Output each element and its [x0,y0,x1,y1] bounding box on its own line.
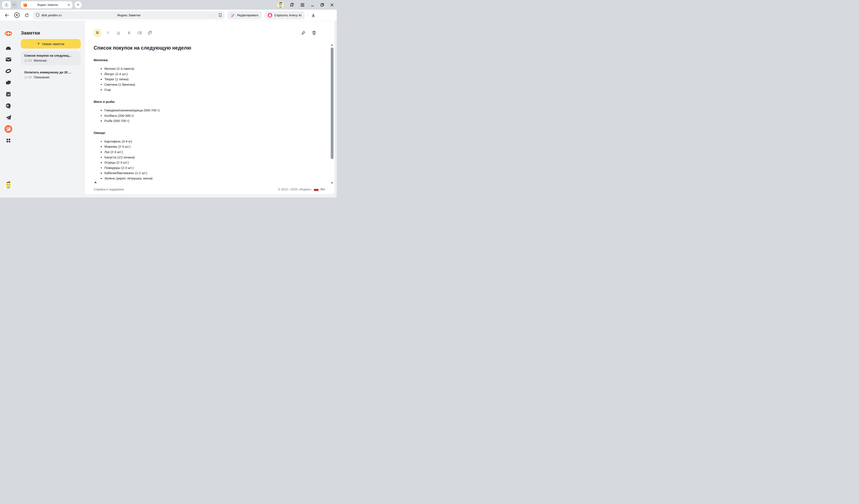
ask-alice-button[interactable]: Спросить Алису AI [265,11,305,19]
alice-orb-icon [268,13,272,18]
address-bar-actions: … [212,13,222,17]
list-item: Капуста (1/2 кочана) [94,155,334,160]
close-window-icon[interactable] [330,3,334,7]
go-ring-icon[interactable] [4,67,13,75]
address-bar[interactable]: disk.yandex.ru Яндекс Заметки … [33,11,225,19]
messenger-icon[interactable] [4,102,13,110]
docs-icon[interactable] [4,78,13,87]
section-heading: Молочка: [94,58,334,62]
notes-favicon-icon [23,3,28,7]
note-item-time: 11:58 [24,59,32,62]
right-gutter [334,21,337,198]
scroll-up-icon[interactable] [331,44,333,46]
copyright-text: © 2012—2025 «Яндекс» [278,188,312,191]
telegram-plane-icon[interactable] [4,113,13,122]
pin-note-icon[interactable] [301,30,305,36]
list-item: Йогурт (2-4 шт.) [94,72,334,77]
delete-note-icon[interactable] [312,30,316,36]
note-list-item[interactable]: Оплатить коммуналку до 20 ... 11:56 Пока… [21,68,81,82]
user-avatar[interactable] [5,181,12,188]
restore-window-icon[interactable] [320,3,324,7]
magic-pencil-icon [230,13,235,18]
list-item: Огурцы (2-3 шт.) [94,160,334,165]
paperclip-icon [148,31,152,35]
panel-title: Заметки [21,30,81,36]
more-actions-icon[interactable]: … [212,14,215,16]
menu-icon[interactable] [300,3,304,7]
list-item: Зелень (укроп, петрушка, кинза) [94,176,334,181]
list-item: Кабачки/баклажаны (1-2 шт.) [94,170,334,176]
tab-groups-button[interactable]: 1 [2,1,17,9]
list-item: Говядина/свинина/курица (500-700 г) [94,108,334,113]
underline-button[interactable]: U [115,29,122,37]
bullet-list-button[interactable] [136,29,144,37]
list-item: Молоко (2-3 пакета) [94,66,334,72]
tab-count-shield: 1 [2,1,11,9]
browser-toolbar: Я disk.yandex.ru Яндекс Заметки … Редакт… [0,10,337,21]
back-button[interactable] [3,12,11,19]
bookmarks-panel-icon[interactable] [290,3,294,7]
tab-count: 1 [4,2,9,7]
yandex-services-logo-icon[interactable] [4,29,13,38]
section-list: Говядина/свинина/курица (500-700 г)Колба… [94,108,334,124]
bookmark-icon[interactable] [218,13,222,17]
ask-alice-label: Спросить Алису AI [274,14,302,17]
minimize-window-icon[interactable] [311,3,314,7]
note-section: Мясо и рыба: Говядина/свинина/курица (50… [94,100,334,124]
services-rail: 18 [0,21,17,198]
strikethrough-button[interactable]: S [125,29,133,37]
notes-active-icon[interactable] [4,125,13,133]
section-heading: Мясо и рыба: [94,100,334,104]
tab-title: Яндекс Заметки [29,3,65,6]
note-title[interactable]: Список покупок на следующую неделю [94,45,321,51]
italic-button[interactable]: I [104,29,112,37]
downloads-icon[interactable] [310,12,317,19]
new-note-button[interactable]: + Новая заметка [21,39,81,48]
page-title: Яндекс Заметки [33,14,225,17]
all-services-grid-icon[interactable] [4,136,13,145]
shield-icon [36,13,40,17]
profile-avatar[interactable] [277,2,284,8]
language-selector[interactable]: RU [321,188,325,191]
list-item: Творог (1 пачка) [94,77,334,82]
disk-cloud-icon[interactable] [4,44,13,52]
scroll-down-icon[interactable] [331,182,333,184]
tab-groups-dropdown[interactable] [11,1,17,9]
page-footer: Справка и поддержка © 2012—2025 «Яндекс»… [94,188,325,191]
mail-icon[interactable] [4,55,13,64]
attach-button[interactable] [146,29,154,37]
edit-button-label: Редактировать [237,14,259,17]
bold-button[interactable]: B [94,29,101,37]
new-tab-button[interactable]: + [75,1,81,9]
chevron-down-icon [13,3,15,5]
note-editor: B I U S [85,21,334,194]
scrollbar[interactable] [330,21,334,194]
yandex-home-icon[interactable]: Я [13,12,20,19]
main-area: 18 [0,21,337,198]
list-item: Помидоры (2-3 шт.) [94,165,334,171]
close-tab-icon[interactable]: ✕ [67,3,70,6]
note-section: Молочка: Молоко (2-3 пакета)Йогурт (2-4 … [94,58,334,92]
list-item: Колбаса (200-300 г) [94,113,334,119]
list-item: Рыба (500-700 г) [94,118,334,124]
tab-yandex-notes[interactable]: Яндекс Заметки ✕ [21,1,72,9]
note-item-title: Список покупок на следующ... [24,54,77,57]
note-body[interactable]: Молочка: Молоко (2-3 пакета)Йогурт (2-4 … [94,58,334,181]
url-text: disk.yandex.ru [42,14,62,17]
help-link[interactable]: Справка и поддержка [94,188,124,191]
new-note-label: Новая заметка [42,42,64,46]
section-heading: Овощи: [94,131,334,135]
refresh-icon[interactable] [23,12,30,19]
note-item-subtitle: 11:58 Молочка: [24,59,77,62]
notes-list: Список покупок на следующ... 11:58 Молоч… [21,51,81,82]
plus-icon: + [37,41,40,46]
scrollbar-thumb[interactable] [331,47,333,159]
list-item: Лук (2-3 шт.) [94,149,334,155]
russia-flag-icon[interactable] [314,188,318,191]
edit-button[interactable]: Редактировать [227,11,262,19]
badge-18-icon[interactable]: 18 [4,90,13,98]
list-item: Морковь (2-3 шт.) [94,144,334,149]
list-item: Сыр [94,87,334,92]
section-list: Молоко (2-3 пакета)Йогурт (2-4 шт.)Творо… [94,66,334,92]
note-list-item[interactable]: Список покупок на следующ... 11:58 Молоч… [21,51,81,65]
